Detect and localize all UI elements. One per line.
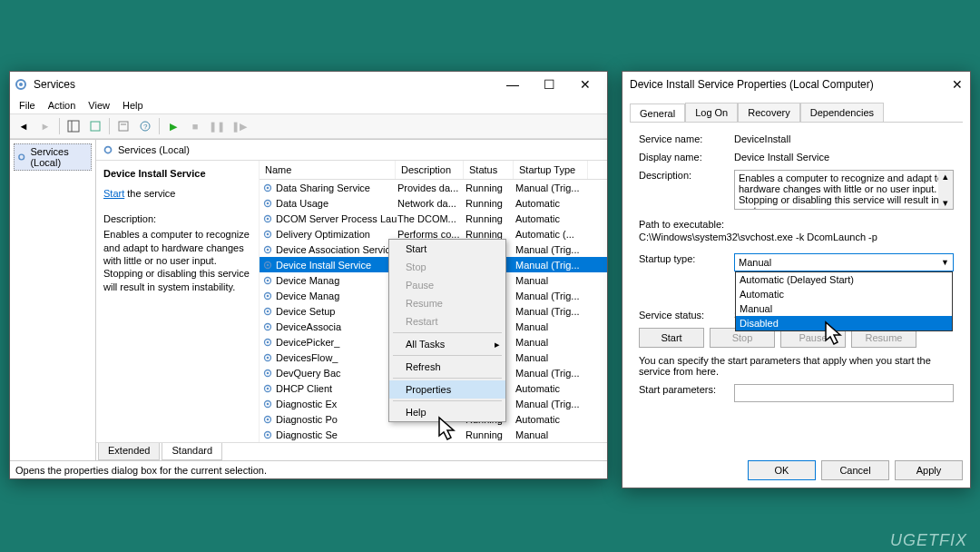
path-label: Path to executable: [639,219,954,230]
tab-general[interactable]: General [630,104,685,123]
svg-rect-4 [91,122,100,131]
tab-extended[interactable]: Extended [98,443,160,460]
col-desc[interactable]: Description [396,161,464,179]
startup-option[interactable]: Automatic (Delayed Start) [736,272,952,287]
svg-point-40 [267,403,270,406]
close-button[interactable]: ✕ [952,77,963,92]
svg-rect-5 [119,122,128,131]
watermark: UGETFIX [890,531,967,550]
titlebar: Services — ☐ ✕ [10,72,607,96]
svg-point-34 [267,357,270,360]
statusbar: Opens the properties dialog box for the … [10,460,607,478]
dialog-titlebar: Device Install Service Properties (Local… [622,72,970,97]
menu-help[interactable]: Help [117,98,149,113]
service-row[interactable]: Data Sharing ServiceProvides da...Runnin… [260,180,607,195]
chevron-down-icon: ▼ [941,258,949,267]
service-status-label: Service status: [639,310,734,320]
services-window: Services — ☐ ✕ File Action View Help ◄ ►… [9,71,608,479]
start-service-button[interactable]: ▶ [163,116,183,136]
ctx-refresh[interactable]: Refresh [389,358,505,376]
panel-header: Services (Local) [96,140,607,161]
ctx-properties[interactable]: Properties [389,380,505,399]
properties-button[interactable] [113,116,133,136]
gear-icon [102,143,114,156]
startup-type-label: Startup type: [639,253,734,264]
startup-option[interactable]: Disabled [736,316,952,330]
col-name[interactable]: Name [260,161,396,179]
svg-point-38 [267,388,270,390]
svg-point-1 [19,83,23,86]
start-params-label: Start parameters: [639,384,734,395]
startup-option[interactable]: Automatic [736,287,952,301]
tab-standard[interactable]: Standard [162,443,222,460]
apply-button[interactable]: Apply [895,460,963,480]
col-startup[interactable]: Startup Type [514,161,588,179]
svg-point-9 [19,155,24,161]
restart-service-button[interactable]: ❚▶ [229,116,249,136]
dialog-footer: OK Cancel Apply [622,453,970,488]
stop-service-button[interactable]: ■ [185,116,205,136]
svg-point-20 [267,249,270,251]
show-hide-button[interactable] [64,116,83,136]
path-value: C:\Windows\system32\svchost.exe -k DcomL… [639,232,954,242]
svg-text:?: ? [143,123,148,131]
startup-type-dropdown: Automatic (Delayed Start)AutomaticManual… [735,271,953,331]
service-row[interactable]: DCOM Server Process Laun...The DCOM...Ru… [260,211,607,226]
menu-action[interactable]: Action [43,98,82,113]
ctx-all-tasks[interactable]: All Tasks▸ [389,335,505,353]
startup-option[interactable]: Manual [736,301,952,316]
description-text: Enables a computer to recognize and adap… [103,228,251,292]
svg-point-22 [267,264,270,267]
ctx-help[interactable]: Help [389,403,505,421]
help-button[interactable]: ? [135,116,155,136]
maximize-button[interactable]: ☐ [531,74,567,95]
svg-point-36 [267,372,270,375]
pause-service-button[interactable]: ❚❚ [207,116,227,136]
properties-dialog: Device Install Service Properties (Local… [622,71,971,488]
scrollbar[interactable]: ▴▾ [938,171,953,209]
tab-dependencies[interactable]: Dependencies [800,103,884,122]
export-button[interactable] [85,116,105,136]
detail-panel: Device Install Service Start the service… [96,161,260,442]
cancel-button[interactable]: Cancel [821,460,889,480]
toolbar: ◄ ► ? ▶ ■ ❚❚ ❚▶ [10,113,607,139]
dialog-title: Device Install Service Properties (Local… [630,78,874,91]
ctx-start[interactable]: Start [389,240,505,258]
gear-icon [16,151,26,163]
menu-file[interactable]: File [14,98,41,113]
back-button[interactable]: ◄ [14,116,34,136]
svg-point-12 [267,187,270,190]
svg-point-42 [267,419,270,421]
svg-point-30 [267,326,270,329]
description-label: Description: [103,213,251,224]
svg-point-32 [267,341,270,344]
start-params-input[interactable] [734,384,954,402]
tree-root-node[interactable]: Services (Local) [14,143,92,171]
display-name-value: Device Install Service [734,152,954,163]
tab-logon[interactable]: Log On [685,103,738,122]
tree-pane: Services (Local) [10,140,96,460]
service-name-value: DeviceInstall [734,133,954,144]
col-status[interactable]: Status [464,161,514,179]
service-row[interactable]: Data UsageNetwork da...RunningAutomatic [260,195,607,211]
menu-view[interactable]: View [83,98,115,113]
svg-point-18 [267,233,270,236]
menubar: File Action View Help [10,96,607,113]
forward-button[interactable]: ► [35,116,55,136]
ok-button[interactable]: OK [748,460,816,480]
startup-type-combo[interactable]: Manual ▼ Automatic (Delayed Start)Automa… [734,253,954,271]
ctx-restart: Restart [389,312,505,330]
display-name-label: Display name: [639,152,734,163]
ctx-stop: Stop [389,258,505,276]
close-button[interactable]: ✕ [567,74,603,95]
service-name-label: Service name: [639,133,734,144]
minimize-button[interactable]: — [495,74,531,95]
svg-rect-2 [68,121,79,132]
service-row[interactable]: Diagnostic SeRunningManual [260,427,607,442]
svg-point-24 [267,280,270,282]
description-box[interactable]: Enables a computer to recognize and adap… [734,170,954,210]
list-header: Name Description Status Startup Type [260,161,607,180]
start-link[interactable]: Start [103,188,124,199]
start-button[interactable]: Start [639,328,704,348]
tab-recovery[interactable]: Recovery [738,103,799,122]
